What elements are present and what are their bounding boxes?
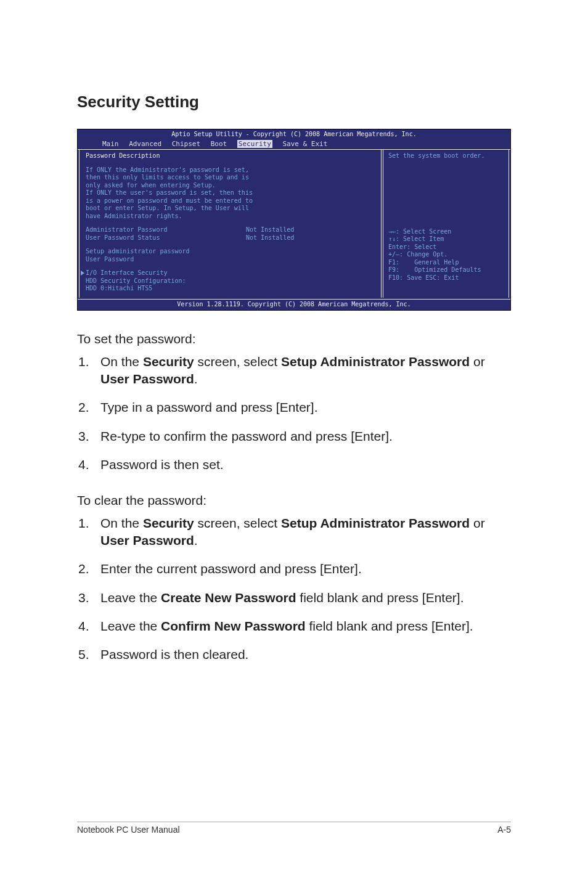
bios-help-0: →←: Select Screen [388,228,504,236]
bios-panel: Aptio Setup Utility - Copyright (C) 2008… [77,129,511,311]
clear-pw-step-3: 3. Leave the Create New Password field b… [77,589,511,606]
bios-right-hint: Set the system boot order. [388,152,504,160]
page-footer: Notebook PC User Manual A-5 [77,822,511,835]
bios-menu-chipset: Chipset [172,140,200,148]
bios-desc-line-6: have Administrator rights. [86,213,375,221]
clear-pw-lead: To clear the password: [77,492,511,509]
set-pw-step-2: 2. Type in a password and press [Enter]. [77,399,511,416]
bios-hdd-item: HDD 0:Hitachi HTS5 [86,285,375,293]
bios-pw-desc-heading: Password Description [86,152,375,160]
set-pw-step-4: 4. Password is then set. [77,456,511,473]
bios-menu-advanced: Advanced [129,140,161,148]
bios-footer: Version 1.28.1119. Copyright (C) 2008 Am… [78,299,510,311]
bios-user-pw: User Password [86,256,375,264]
bios-menu-security: Security [237,140,272,148]
bios-user-pw-status-value: Not Installed [246,234,294,242]
clear-pw-step-1: 1. On the Security screen, select Setup … [77,515,511,550]
bios-desc-line-5: boot or enter Setup. In Setup, the User … [86,205,375,213]
bios-help-1: ↑↓: Select Item [388,235,504,243]
section-heading: Security Setting [77,92,511,112]
bios-help-3: +/—: Change Opt. [388,251,504,259]
bios-hdd-conf: HDD Security Configuration: [86,277,375,285]
bios-admin-pw-label: Administrator Password [86,226,246,234]
bios-body: Password Description If ONLY the Adminis… [78,149,510,299]
bios-menu-main: Main [102,140,119,148]
set-pw-step-3: 3. Re-type to confirm the password and p… [77,428,511,445]
bios-help-4: F1: General Help [388,259,504,267]
bios-help-6: F10: Save ESC: Exit [388,274,504,282]
clear-pw-step-5: 5. Password is then cleared. [77,646,511,663]
bios-user-pw-status-row: User Password Status Not Installed [86,234,375,242]
bios-desc-line-2: only asked for when entering Setup. [86,182,375,190]
bios-right-pane: Set the system boot order. →←: Select Sc… [383,150,509,298]
bios-menu-save-exit: Save & Exit [282,140,327,148]
set-pw-block: To set the password: 1. On the Security … [77,330,511,473]
bios-desc-line-3: If ONLY the user's password is set, then… [86,189,375,197]
bios-help-5: F9: Optimized Defaults [388,266,504,274]
clear-pw-block: To clear the password: 1. On the Securit… [77,492,511,663]
bios-desc-line-4: is a power on password and must be enter… [86,197,375,205]
bios-desc-line-0: If ONLY the Administrator's password is … [86,166,375,174]
bios-menubar: Main Advanced Chipset Boot Security Save… [78,139,510,150]
bios-io-interface-row: I/O Interface Security [81,269,375,277]
bios-setup-admin-pw: Setup administrator password [86,248,375,256]
footer-right: A-5 [497,825,511,835]
bios-left-pane: Password Description If ONLY the Adminis… [79,150,382,298]
bios-admin-pw-value: Not Installed [246,226,294,234]
clear-pw-step-4: 4. Leave the Confirm New Password field … [77,618,511,635]
bios-desc-line-1: then this only limits access to Setup an… [86,174,375,182]
set-pw-lead: To set the password: [77,330,511,348]
bios-title: Aptio Setup Utility - Copyright (C) 2008… [78,129,510,139]
set-pw-step-1: 1. On the Security screen, select Setup … [77,353,511,388]
footer-left: Notebook PC User Manual [77,825,180,835]
clear-pw-step-2: 2. Enter the current password and press … [77,560,511,578]
bios-help-2: Enter: Select [388,243,504,251]
bios-menu-boot: Boot [211,140,227,148]
bios-user-pw-status-label: User Password Status [86,234,246,242]
bios-admin-pw-row: Administrator Password Not Installed [86,226,375,234]
triangle-icon [81,271,84,276]
bios-io-interface: I/O Interface Security [86,269,167,276]
